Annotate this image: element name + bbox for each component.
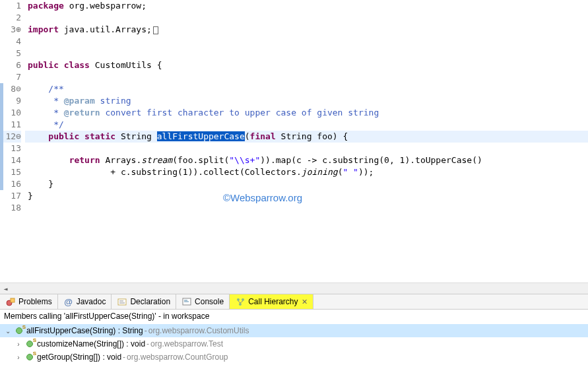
line-number: 17	[0, 190, 21, 202]
tree-node-location: org.websparrow.Test	[150, 339, 223, 348]
tab-javadoc[interactable]: @ Javadoc	[58, 294, 112, 309]
declaration-icon	[117, 296, 127, 307]
close-icon[interactable]: ✕	[300, 298, 308, 306]
code-editor[interactable]: 1 2 3⊕ 4 5 6 7 8⊖ 9 10 11 12⊖ 13 14 15 1…	[0, 0, 588, 282]
scroll-left-arrow[interactable]: ◄	[0, 283, 11, 294]
views-tab-bar: Problems @ Javadoc Declaration Console C…	[0, 294, 588, 310]
tab-label: Declaration	[130, 297, 170, 306]
call-hierarchy-icon	[235, 296, 245, 307]
folded-indicator[interactable]	[153, 26, 158, 34]
tab-label: Problems	[18, 297, 52, 306]
svg-point-9	[242, 298, 244, 301]
line-number: 2	[0, 12, 21, 24]
code-area[interactable]: package org.websparrow; import java.util…	[25, 0, 588, 282]
svg-line-11	[238, 301, 240, 303]
line-number: 3⊕	[0, 24, 21, 36]
svg-point-10	[239, 303, 242, 306]
svg-rect-2	[118, 299, 126, 305]
tree-root-node[interactable]: ⌄ S allFirstUpperCase(String) : String -…	[0, 324, 588, 337]
tree-node-name: allFirstUpperCase(String) : String	[26, 326, 143, 335]
watermark-text: ©Websparrow.org	[223, 192, 302, 203]
collapse-icon[interactable]: ⌄	[3, 327, 13, 335]
tab-label: Console	[195, 297, 224, 306]
tree-node-location: org.websparrow.CustomUtils	[148, 326, 249, 335]
line-number-gutter: 1 2 3⊕ 4 5 6 7 8⊖ 9 10 11 12⊖ 13 14 15 1…	[0, 0, 25, 282]
tree-node-name: customizeName(String[]) : void	[37, 339, 145, 348]
change-marker	[0, 83, 3, 190]
line-number: 4	[0, 36, 21, 48]
tree-child-node[interactable]: › S customizeName(String[]) : void - org…	[0, 337, 588, 350]
method-public-static-icon: S	[15, 325, 25, 336]
call-hierarchy-tree[interactable]: ⌄ S allFirstUpperCase(String) : String -…	[0, 323, 588, 365]
expand-icon[interactable]: ›	[13, 341, 24, 348]
tree-child-node[interactable]: › S getGroup(String[]) : void - org.webs…	[0, 350, 588, 364]
tab-problems[interactable]: Problems	[0, 294, 58, 309]
javadoc-icon: @	[63, 296, 74, 307]
expand-icon[interactable]: ›	[13, 354, 24, 361]
panel-title: Members calling 'allFirstUpperCase(Strin…	[0, 310, 588, 323]
tab-console[interactable]: Console	[176, 294, 230, 309]
method-public-static-icon: S	[25, 352, 36, 362]
tab-label: Call Hierarchy	[248, 297, 298, 306]
svg-point-8	[237, 298, 240, 301]
tab-label: Javadoc	[77, 297, 106, 306]
tree-node-name: getGroup(String[]) : void	[37, 352, 121, 362]
tab-call-hierarchy[interactable]: Call Hierarchy ✕	[230, 294, 313, 309]
line-number: 6	[0, 59, 21, 71]
tree-node-location: org.websparrow.CountGroup	[127, 352, 228, 362]
method-public-static-icon: S	[25, 339, 36, 349]
console-icon	[181, 296, 192, 307]
tab-declaration[interactable]: Declaration	[112, 294, 176, 309]
selected-method-name[interactable]: allFirstUpperCase	[157, 131, 245, 141]
line-number: 18	[0, 202, 21, 214]
svg-line-12	[240, 301, 243, 303]
problems-icon	[5, 296, 16, 307]
line-number: 1	[0, 0, 21, 12]
horizontal-scrollbar[interactable]: ◄	[0, 282, 588, 294]
svg-rect-1	[11, 298, 15, 302]
line-number: 7	[0, 71, 21, 83]
line-number: 5	[0, 48, 21, 59]
